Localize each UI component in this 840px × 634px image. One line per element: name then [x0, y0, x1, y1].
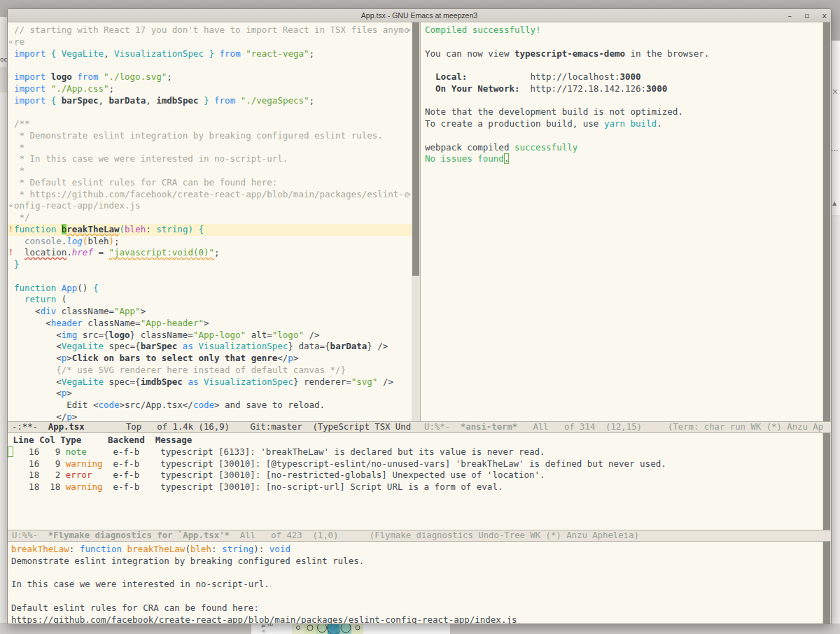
- text-cursor: [8, 446, 13, 457]
- token: ,: [98, 95, 108, 106]
- terminal-line[interactable]: [425, 36, 822, 48]
- code-line[interactable]: import { barSpec, barData, imdbSpec } fr…: [8, 95, 412, 107]
- fringe: [8, 24, 14, 36]
- token: -:**-: [12, 422, 48, 432]
- code-text: <p>: [14, 388, 72, 400]
- token: :: [69, 544, 80, 554]
- code-line[interactable]: [8, 59, 412, 71]
- code-line[interactable]: <p>Click on bars to select only that gen…: [8, 353, 412, 365]
- terminal-line[interactable]: [425, 95, 822, 107]
- terminal-line[interactable]: On Your Network: http://172.18.142.126:3…: [425, 83, 822, 95]
- echo-line: In this case we were interested in no-sc…: [11, 579, 822, 591]
- token: VisualizationSpec: [198, 341, 288, 351]
- code-line[interactable]: </p>: [8, 411, 412, 421]
- code-line[interactable]: *: [8, 165, 412, 177]
- fringe: [8, 177, 14, 189]
- token: On Your Network:: [425, 83, 519, 94]
- code-line[interactable]: return (: [8, 294, 412, 306]
- code-line[interactable]: Edit <code>src/App.tsx</code> and save t…: [8, 400, 412, 411]
- terminal-line[interactable]: Compiled successfully!: [425, 24, 822, 36]
- code-line[interactable]: function App() {: [8, 283, 412, 295]
- code-line[interactable]: * Demonstrate eslint integration by brea…: [8, 130, 412, 142]
- code-text: location.href = "javascript:void(0)";: [14, 247, 220, 259]
- code-line[interactable]: /**: [8, 118, 412, 130]
- code-line[interactable]: *: [8, 142, 412, 154]
- flymake-diagnostics-pane[interactable]: Line Col Type Backend Message 16 9 note …: [8, 433, 822, 530]
- token: }: [204, 95, 209, 106]
- maximize-button[interactable]: ▫: [804, 11, 809, 20]
- token: "react-vega": [246, 48, 309, 59]
- code-line[interactable]: */: [8, 212, 412, 224]
- code-text: onfig-react-app/index.js: [14, 200, 141, 212]
- code-text: <VegaLite spec={barSpec as Visualization…: [14, 341, 388, 353]
- terminal-line[interactable]: No issues found.: [425, 153, 822, 165]
- token: code: [193, 400, 214, 410]
- code-line[interactable]: <img src={logo} className="App-logo" alt…: [8, 330, 412, 341]
- terminal-pane[interactable]: Compiled successfully!You can now view t…: [420, 22, 822, 421]
- code-line[interactable]: }: [8, 259, 412, 271]
- code-line[interactable]: <div className="App">: [8, 306, 412, 318]
- terminal-line[interactable]: [425, 59, 822, 71]
- terminal-line[interactable]: Local: http://localhost:3000: [425, 71, 822, 83]
- terminal-line[interactable]: To create a production build, use yarn b…: [425, 118, 822, 130]
- token: <: [14, 376, 62, 387]
- code-line[interactable]: import "./App.css";: [8, 83, 412, 95]
- token: bleh: [125, 224, 146, 234]
- code-line[interactable]: <header className="App-header">: [8, 318, 412, 330]
- code-line[interactable]: // starting with React 17 you don't have…: [8, 24, 412, 36]
- token: ;: [114, 236, 120, 246]
- token: ,: [104, 48, 114, 59]
- flymake-diagnostic-row[interactable]: 18 18 warning e-f-b typescript [30010]: …: [8, 481, 822, 493]
- scrollbar-thumb[interactable]: [412, 22, 419, 276]
- token: warning: [66, 458, 103, 469]
- code-line[interactable]: ! location.href = "javascript:void(0)";: [8, 247, 412, 259]
- code-line[interactable]: <p>: [8, 388, 412, 400]
- fringe: [8, 365, 14, 376]
- code-line[interactable]: <VegaLite spec={barSpec as Visualization…: [8, 341, 412, 353]
- code-line[interactable]: «onfig-react-app/index.js: [8, 200, 412, 212]
- editor-pane[interactable]: // starting with React 17 you don't have…: [8, 22, 412, 421]
- token: Click on bars to select only that genre: [72, 353, 278, 363]
- token: App.tsx: [48, 422, 85, 432]
- token: (: [120, 224, 125, 234]
- code-line[interactable]: [8, 106, 412, 118]
- code-text: {/* use SVG renderer here instead of def…: [14, 365, 346, 376]
- token: :: [211, 544, 222, 554]
- flymake-diagnostic-row[interactable]: 16 9 note e-f-b typescript [6133]: 'brea…: [8, 446, 822, 458]
- code-line[interactable]: * https://github.com/facebook/create-rea…: [8, 189, 412, 201]
- token: return: [24, 294, 56, 304]
- code-line[interactable]: {/* use SVG renderer here instead of def…: [8, 365, 412, 376]
- token: [122, 544, 127, 554]
- code-line[interactable]: <VegaLite spec={imdbSpec as Visualizatio…: [8, 376, 412, 388]
- token: from: [214, 95, 235, 106]
- code-line[interactable]: * In this case we were interested in no-…: [8, 153, 412, 165]
- background-panel: [830, 216, 840, 624]
- code-line[interactable]: «re: [8, 36, 412, 48]
- token: [209, 95, 215, 106]
- echo-line: https://github.com/facebook/create-react…: [11, 614, 822, 624]
- editor-scrollbar[interactable]: [412, 22, 420, 421]
- terminal-line[interactable]: You can now view typescript-emacs-demo i…: [425, 48, 822, 60]
- token: *ansi-term*: [461, 422, 517, 432]
- token: p: [66, 411, 72, 421]
- flymake-diagnostic-row[interactable]: 18 2 error e-f-b typescript [30010]: [no…: [8, 470, 822, 481]
- terminal-line[interactable]: webpack compiled successfully: [425, 142, 822, 154]
- bubble-mark: [355, 626, 360, 631]
- close-button[interactable]: x: [822, 11, 827, 20]
- token: note: [66, 446, 87, 457]
- flymake-header-row: Line Col Type Backend Message: [8, 435, 822, 446]
- code-line[interactable]: console.log(bleh);: [8, 236, 412, 248]
- code-line[interactable]: import { VegaLite, VisualizationSpec } f…: [8, 48, 412, 60]
- terminal-line[interactable]: [425, 130, 822, 142]
- token: reakTheLaw: [66, 224, 119, 234]
- flymake-diagnostic-row[interactable]: 16 9 warning e-f-b typescript [30010]: […: [8, 458, 822, 470]
- minimize-button[interactable]: –: [788, 11, 792, 20]
- code-line[interactable]: [8, 271, 412, 283]
- token: * Default eslint rules for CRA can be fo…: [14, 177, 277, 188]
- code-line[interactable]: !function breakTheLaw(bleh: string) {: [8, 224, 412, 236]
- code-line[interactable]: * Default eslint rules for CRA can be fo…: [8, 177, 412, 189]
- url-link[interactable]: https://github.com/facebook/create-react…: [11, 614, 517, 624]
- terminal-line[interactable]: Note that the development build is not o…: [425, 106, 822, 118]
- code-line[interactable]: import logo from "./logo.svg";: [8, 71, 412, 83]
- title-bar[interactable]: App.tsx - GNU Emacs at meepzen3 – ▫ x: [8, 9, 831, 22]
